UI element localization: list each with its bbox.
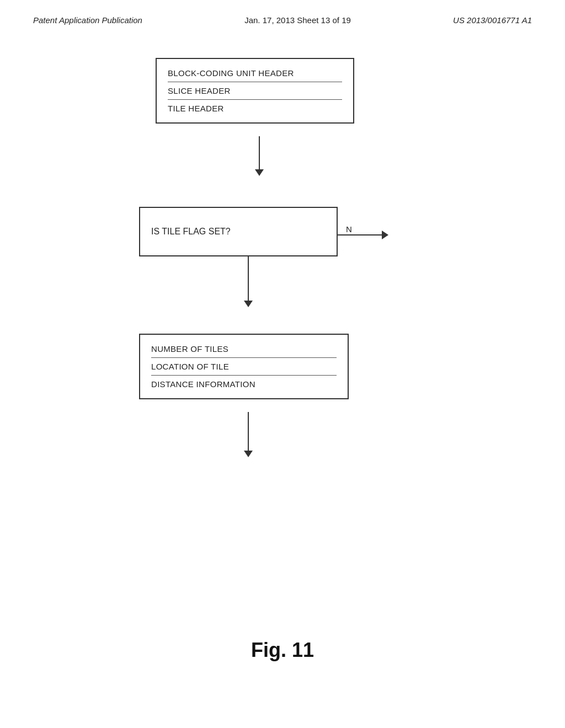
header-left: Patent Application Publication (33, 15, 142, 25)
arrow-head-3 (244, 451, 253, 457)
diagram-area: BLOCK-CODING UNIT HEADER SLICE HEADER TI… (111, 58, 454, 543)
arrow-line-3 (248, 412, 249, 451)
divider-4 (151, 375, 337, 376)
box-tiles-line1: NUMBER OF TILES (151, 342, 337, 355)
page-header: Patent Application Publication Jan. 17, … (0, 0, 565, 25)
arrow-flag-to-tiles (244, 256, 253, 307)
arrow-n-branch (338, 231, 388, 239)
box-header-line1: BLOCK-CODING UNIT HEADER (168, 67, 342, 79)
box-header-line3: TILE HEADER (168, 102, 342, 115)
arrow-head-1 (255, 169, 264, 176)
box-header: BLOCK-CODING UNIT HEADER SLICE HEADER TI… (156, 58, 354, 124)
divider-2 (168, 99, 342, 100)
box-tiles: NUMBER OF TILES LOCATION OF TILE DISTANC… (139, 334, 349, 399)
arrow-line-1 (259, 136, 260, 169)
box-flag: IS TILE FLAG SET? (139, 207, 338, 256)
divider-3 (151, 357, 337, 358)
arrow-tiles-out (244, 412, 253, 457)
arrow-line-2 (248, 256, 249, 301)
arrow-head-right (382, 231, 388, 239)
arrow-line-right (338, 234, 382, 235)
box-flag-label: IS TILE FLAG SET? (151, 227, 231, 237)
header-center: Jan. 17, 2013 Sheet 13 of 19 (244, 15, 351, 25)
figure-label: Fig. 11 (251, 639, 314, 662)
box-tiles-line3: DISTANCE INFORMATION (151, 378, 337, 390)
box-header-line2: SLICE HEADER (168, 84, 342, 97)
arrow-header-to-flag (255, 136, 264, 176)
divider-1 (168, 82, 342, 82)
box-tiles-line2: LOCATION OF TILE (151, 360, 337, 373)
page: Patent Application Publication Jan. 17, … (0, 0, 565, 728)
arrow-head-2 (244, 301, 253, 307)
header-right: US 2013/0016771 A1 (453, 15, 532, 25)
